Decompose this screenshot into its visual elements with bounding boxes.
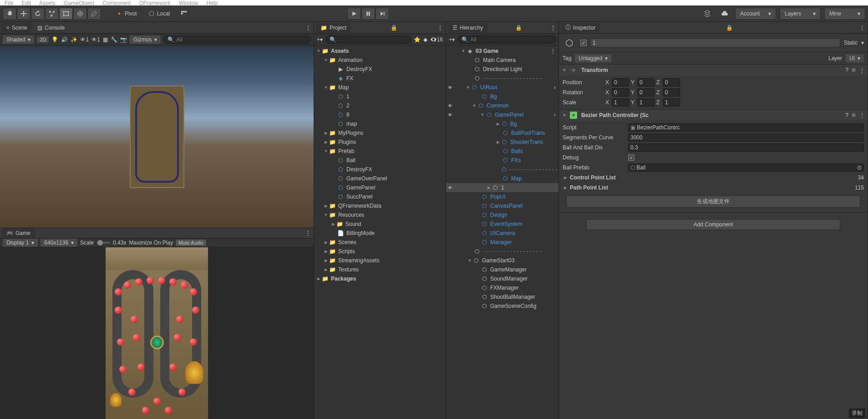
debug-checkbox[interactable]: [628, 154, 635, 161]
tools-icon[interactable]: 🔧: [111, 36, 117, 43]
game-viewport[interactable]: [0, 247, 314, 419]
visibility-icon[interactable]: 👁: [448, 103, 452, 108]
scene-viewport[interactable]: [0, 46, 314, 228]
filter-icon[interactable]: ◆: [423, 36, 427, 43]
hierarchy-tree[interactable]: ▼◈03 Game⋮ ⬡Main Camera ⬡Directional Lig…: [446, 46, 558, 419]
tree-animation[interactable]: ▼📁Animation: [314, 56, 446, 65]
h-gamepanel[interactable]: 👁▼⬡GamePanel›: [446, 110, 558, 119]
hidden-icon[interactable]: 👁‍🗨16: [430, 36, 443, 43]
mute-toggle[interactable]: Mute Audio: [176, 240, 206, 246]
help-icon[interactable]: ?: [845, 67, 848, 73]
account-dropdown[interactable]: Account▾: [735, 8, 776, 20]
scale-slider[interactable]: [96, 242, 110, 244]
h-design[interactable]: ⬡Design: [446, 210, 558, 220]
tab-project[interactable]: 📁Project: [316, 23, 351, 33]
tree-assets[interactable]: ▼📁Assets: [314, 46, 446, 56]
h-gamestart[interactable]: ▼⬡GameStart03: [446, 256, 558, 265]
cloud-icon[interactable]: [718, 8, 731, 20]
h-divider2[interactable]: ⬡------------------: [446, 165, 558, 174]
hand-tool[interactable]: [3, 8, 16, 20]
audio-icon[interactable]: 🔊: [61, 36, 68, 43]
pos-z-field[interactable]: 0: [663, 78, 680, 87]
h-divider3[interactable]: ⬡------------------: [446, 247, 558, 256]
scl-z-field[interactable]: 1: [663, 98, 680, 107]
panel-menu-icon[interactable]: ⋮: [550, 24, 557, 31]
maximize-toggle[interactable]: Maximize On Play: [129, 240, 173, 246]
visibility-icon[interactable]: 👁: [448, 85, 452, 90]
path-list-label[interactable]: Path Point List: [570, 184, 634, 191]
transform-header[interactable]: ▼⊹ Transform ?⛭⋮: [559, 65, 868, 76]
local-toggle[interactable]: Local: [144, 8, 175, 20]
scale-tool[interactable]: [45, 8, 59, 20]
h-ballpool[interactable]: ⬡BallPoolTrans: [446, 128, 558, 138]
rotate-tool[interactable]: [31, 8, 45, 20]
scl-y-field[interactable]: 1: [637, 98, 655, 107]
h-uiroot[interactable]: 👁▼⬡UIRoot›: [446, 83, 558, 92]
object-name-field[interactable]: 1: [590, 38, 840, 47]
h-fxmgr[interactable]: ⬡FXManager: [446, 283, 558, 292]
tree-resources[interactable]: ▼📁Resources: [314, 210, 446, 220]
h-manager[interactable]: ⬡Manager: [446, 238, 558, 247]
transform-tool[interactable]: [73, 8, 87, 20]
scene-menu-icon[interactable]: ⋮: [550, 48, 556, 54]
tab-inspector[interactable]: ⓘInspector: [561, 23, 600, 33]
layout-dropdown[interactable]: Mine▾: [824, 8, 865, 20]
tag-dropdown[interactable]: Untagged▾: [575, 54, 611, 62]
h-bg[interactable]: ⬡Bg: [446, 92, 558, 101]
h-eventsys[interactable]: ⬡EventSystem: [446, 220, 558, 229]
hierarchy-search[interactable]: 🔍All: [457, 36, 556, 44]
panel-menu-icon[interactable]: ⋮: [859, 24, 866, 31]
tree-map-1[interactable]: ⬡1: [314, 92, 446, 101]
custom-tool[interactable]: [87, 8, 101, 20]
display-dropdown[interactable]: Display 1▾: [3, 239, 38, 247]
tree-pf-gamepanel[interactable]: ⬡GamePanel: [314, 183, 446, 192]
overlay-1[interactable]: 👁1: [80, 36, 89, 43]
generate-map-button[interactable]: 生成地图文件: [566, 195, 860, 208]
lock-icon[interactable]: 🔒: [391, 25, 397, 31]
bezier-header[interactable]: ▼# Bezier Path Controller (Sc ?⛭⋮: [559, 110, 868, 121]
tree-scripts[interactable]: ▶📁Scripts: [314, 247, 446, 256]
tree-pf-destroyfx[interactable]: ⬡DestroyFX: [314, 165, 446, 174]
h-balls[interactable]: ⬡Balls: [446, 147, 558, 156]
tree-qframework[interactable]: ▶📁QFrameworkData: [314, 201, 446, 210]
h-gamecfg[interactable]: ⬡GameSceneConfig: [446, 301, 558, 311]
lock-icon[interactable]: 🔒: [726, 25, 733, 31]
resolution-dropdown[interactable]: 640x1136▾: [41, 239, 77, 247]
tab-hierarchy[interactable]: ☰Hierarchy: [448, 23, 487, 33]
grid-snap[interactable]: [177, 8, 191, 20]
h-shootmgr[interactable]: ⬡ShootBallManager: [446, 292, 558, 301]
menu-icon[interactable]: ⋮: [859, 67, 865, 73]
rot-z-field[interactable]: 0: [663, 88, 680, 97]
h-soundmgr[interactable]: ⬡SoundManager: [446, 274, 558, 283]
tab-game[interactable]: 🎮Game: [2, 228, 35, 238]
h-scene[interactable]: ▼◈03 Game⋮: [446, 46, 558, 56]
project-search[interactable]: 🔍: [325, 36, 411, 44]
scl-x-field[interactable]: 1: [612, 98, 629, 107]
rect-tool[interactable]: [59, 8, 73, 20]
play-button[interactable]: [347, 8, 361, 20]
overlay-2[interactable]: 👁1: [91, 36, 100, 43]
pause-button[interactable]: [361, 8, 375, 20]
h-uicamera[interactable]: ⬡UICamera: [446, 229, 558, 238]
collab-icon[interactable]: [700, 8, 714, 20]
tree-map[interactable]: ▼📁Map: [314, 83, 446, 92]
ctrl-list-label[interactable]: Control Point List: [570, 174, 634, 181]
h-dir-light[interactable]: ⬡Directional Light: [446, 65, 558, 74]
pos-y-field[interactable]: 0: [637, 78, 655, 87]
rot-y-field[interactable]: 0: [637, 88, 655, 97]
tab-scene[interactable]: ⌗Scene: [2, 23, 32, 33]
tree-myplugins[interactable]: ▶📁MyPlugins: [314, 128, 446, 138]
prefab-field[interactable]: ⬡ Ball⊙: [628, 164, 864, 172]
tree-packages[interactable]: ▶📁Packages: [314, 274, 446, 283]
project-tree[interactable]: ▼📁Assets ▼📁Animation ▶DestroyFX ◈FX ▼📁Ma…: [314, 46, 446, 419]
panel-menu-icon[interactable]: ⋮: [305, 24, 312, 31]
h-common[interactable]: 👁▼⬡Common: [446, 101, 558, 110]
h-popui[interactable]: ⬡PopUI: [446, 192, 558, 201]
h-shooter[interactable]: ▶⬡ShooterTrans: [446, 138, 558, 147]
add-component-button[interactable]: Add Component: [586, 219, 840, 230]
menu-icon[interactable]: ⋮: [859, 112, 865, 118]
layers-dropdown[interactable]: Layers▾: [780, 8, 821, 20]
tree-pf-ball[interactable]: ⬡Ball: [314, 156, 446, 165]
step-button[interactable]: [376, 8, 389, 20]
h-fxs[interactable]: ⬡FXs: [446, 156, 558, 165]
